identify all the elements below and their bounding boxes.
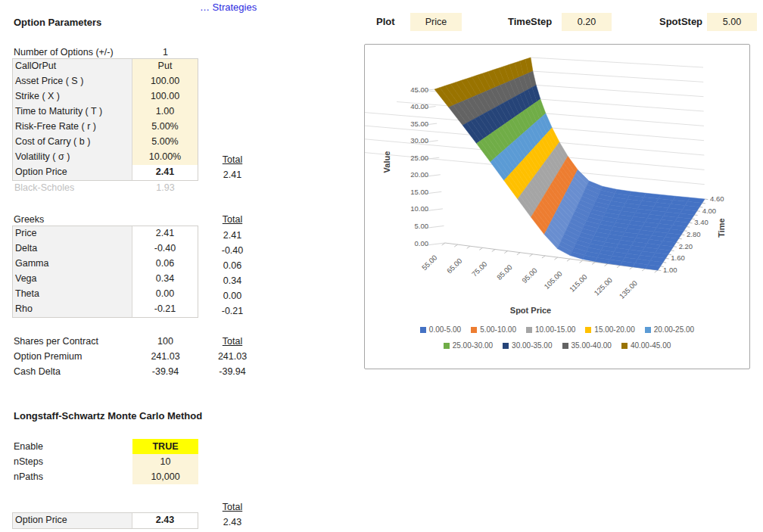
legend-swatch [444,343,450,349]
greek-total: -0.40 [213,243,252,258]
chart-legend: 0.00-5.00 5.00-10.00 10.00-15.00 15.00-2… [365,322,749,353]
param-label: Volatility ( σ ) [13,150,132,165]
legend-swatch [503,343,509,349]
monte-carlo-title: Longstaff-Schwartz Monte Carlo Method [14,409,202,424]
volatility-cell[interactable]: 10.00% [132,150,198,165]
svg-text:4.00: 4.00 [702,207,717,215]
svg-text:95.00: 95.00 [520,266,539,285]
black-scholes-value: 1.93 [132,180,198,195]
greek-total: 0.00 [213,288,252,303]
table-row: Vega 0.34 [13,272,198,287]
svg-text:30.00: 30.00 [410,136,428,145]
svg-text:75.00: 75.00 [470,260,489,278]
premium-label: Option Premium [14,349,82,364]
greek-label: Rho [13,302,132,317]
param-label: Option Price [13,165,132,180]
table-row: Asset Price ( S ) 100.00 [13,74,198,89]
shares-label: Shares per Contract [14,334,98,349]
cash-delta-value: -39.94 [132,364,198,379]
mc-total-value: 2.43 [213,515,252,530]
contract-total-header: Total [213,334,252,349]
svg-text:65.00: 65.00 [445,257,464,275]
nsteps-label: nSteps [14,454,43,469]
greek-total: 0.34 [213,273,252,288]
premium-value: 241.03 [132,349,198,364]
value-axis-title: Value [382,133,393,191]
table-row: Delta -0.40 [13,241,198,257]
legend-label: 30.00-35.00 [512,341,552,350]
param-label: Strike ( X ) [13,89,132,104]
time-axis-title: Time [717,199,727,257]
greek-label: Vega [13,272,132,287]
legend-item: 40.00-45.00 [621,341,671,350]
spot-axis-title: Spot Price [470,306,591,315]
strategies-link[interactable]: … Strategies [200,2,257,13]
greeks-table: Price 2.41 Delta -0.40 Gamma 0.06 Vega 0… [12,226,198,318]
params-total-header: Total [213,152,252,167]
greek-total: 0.06 [213,258,252,273]
rate-cell[interactable]: 5.00% [132,120,198,135]
legend-item: 35.00-40.00 [562,341,612,350]
greek-label: Price [13,226,132,241]
black-scholes-label: Black-Scholes [14,180,74,195]
table-row: Risk-Free Rate ( r ) 5.00% [13,120,198,135]
spotstep-cell[interactable]: 5.00 [707,13,757,31]
table-row: Option Price 2.43 [13,513,198,528]
table-row: CallOrPut Put [13,59,198,74]
table-row: Theta 0.00 [13,287,198,302]
svg-text:3.40: 3.40 [694,218,708,226]
carry-cell[interactable]: 5.00% [132,135,198,150]
svg-text:85.00: 85.00 [495,263,514,282]
greek-total: 2.41 [213,228,252,243]
svg-text:2.20: 2.20 [679,242,693,250]
enable-cell[interactable]: TRUE [132,439,198,454]
svg-text:125.00: 125.00 [592,275,613,297]
timestep-label: TimeStep [508,13,552,31]
option-parameters-table: CallOrPut Put Asset Price ( S ) 100.00 S… [12,58,198,181]
svg-text:0.00: 0.00 [415,239,429,247]
greek-label: Delta [13,241,132,257]
num-options-cell[interactable]: 1 [132,45,198,60]
svg-text:2.80: 2.80 [687,230,701,238]
svg-text:1.60: 1.60 [671,254,685,262]
greek-value: 2.41 [132,226,198,241]
legend-item: 20.00-25.00 [645,325,694,334]
legend-label: 40.00-45.00 [631,341,671,350]
param-label: Risk-Free Rate ( r ) [13,120,132,135]
greek-value: -0.40 [132,241,198,257]
svg-text:35.00: 35.00 [410,120,428,128]
legend-row: 0.00-5.00 5.00-10.00 10.00-15.00 15.00-2… [365,322,749,338]
callorput-cell[interactable]: Put [132,59,198,74]
greek-total: -0.21 [213,303,252,319]
mc-price-value: 2.43 [132,513,198,528]
legend-item: 10.00-15.00 [526,325,575,334]
plot-select-cell[interactable]: Price [410,13,462,31]
legend-swatch [471,327,477,333]
greek-value: 0.06 [132,257,198,272]
greek-label: Gamma [13,257,132,272]
svg-text:1.00: 1.00 [663,266,677,274]
greek-value: -0.21 [132,302,198,317]
premium-total: 241.03 [213,349,252,364]
greeks-title: Greeks [14,212,44,227]
cash-delta-total: -39.94 [213,364,252,379]
greeks-total-header: Total [213,212,252,227]
svg-text:55.00: 55.00 [420,254,439,272]
npaths-cell[interactable]: 10,000 [132,469,198,484]
asset-price-cell[interactable]: 100.00 [132,74,198,89]
option-price-cell: 2.41 [132,165,198,180]
svg-text:105.00: 105.00 [542,269,563,291]
maturity-cell[interactable]: 1.00 [132,104,198,120]
mc-price-table: Option Price 2.43 [12,512,198,529]
surface-plot-area: 0.005.0010.0015.0020.0025.0030.0035.0040… [365,45,749,321]
timestep-cell[interactable]: 0.20 [562,13,612,31]
param-label: Asset Price ( S ) [13,74,132,89]
legend-row: 25.00-30.00 30.00-35.00 35.00-40.00 40.0… [365,338,749,353]
legend-label: 10.00-15.00 [535,325,575,334]
svg-text:5.00: 5.00 [415,222,429,230]
nsteps-cell[interactable]: 10 [132,454,198,469]
strike-cell[interactable]: 100.00 [132,89,198,104]
shares-value: 100 [132,334,198,349]
legend-item: 5.00-10.00 [471,325,516,334]
table-row: Gamma 0.06 [13,257,198,272]
